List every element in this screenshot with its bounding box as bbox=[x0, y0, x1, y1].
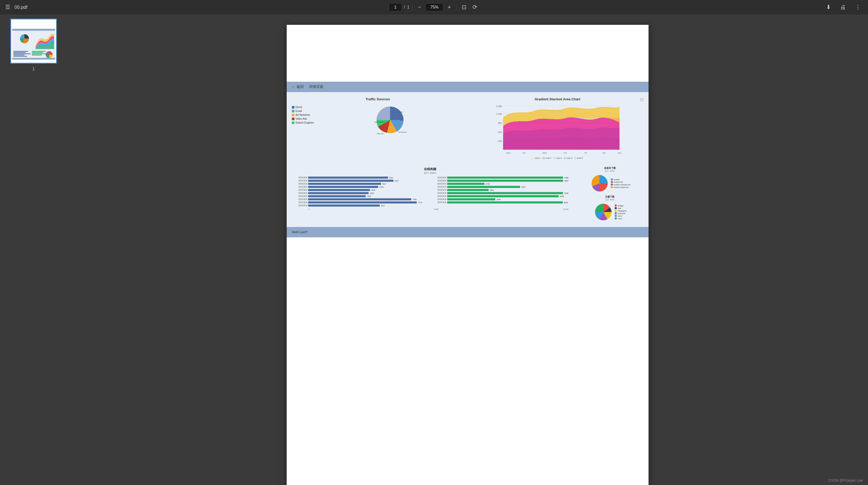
svg-text:Sun: Sun bbox=[618, 152, 621, 154]
green-bar-value-5: 2964 bbox=[490, 189, 494, 191]
download-button[interactable]: ⬇ bbox=[824, 3, 833, 12]
bar-chart-box: 在线构建 总计: 50001 某某某某某 6161 bbox=[289, 164, 571, 224]
legend-circle-5 bbox=[575, 157, 577, 159]
legend-dot-search-engines bbox=[292, 122, 294, 124]
svg-rect-10 bbox=[32, 51, 45, 52]
bar-value-8: 7363 bbox=[412, 199, 417, 200]
svg-text:200: 200 bbox=[498, 140, 502, 143]
version-dot-echarts-simple bbox=[611, 186, 613, 188]
bar-row-green-1: 某某某某某 9390 bbox=[431, 176, 568, 179]
svg-text:Tue: Tue bbox=[522, 152, 526, 154]
svg-rect-6 bbox=[13, 52, 26, 53]
bar-fill-green-8 bbox=[447, 198, 495, 200]
legend-label-line3: Line 3 bbox=[556, 157, 562, 159]
green-bar-label-2: 某某某某某 bbox=[431, 179, 446, 182]
bar-row-green-3: 某某某某某 2746 bbox=[431, 183, 568, 185]
gradient-chart-box: Gradient Stacked Area Chart ⊡ 1,000 1,20… bbox=[469, 95, 646, 162]
green-bar-value-3: 2746 bbox=[486, 183, 490, 185]
footer-text: Hello Lee!!! bbox=[292, 230, 308, 234]
version-dot-echarts-min bbox=[611, 181, 613, 183]
bar-fill-blue-4 bbox=[308, 186, 378, 188]
version-dot-echarts-common bbox=[611, 184, 613, 186]
bar-x-0: 0 bbox=[308, 208, 309, 210]
bar-fill-blue-9 bbox=[308, 202, 417, 204]
bar-x-axis: 0 5,000 10,000 bbox=[292, 208, 568, 210]
svg-text:Fri: Fri bbox=[585, 152, 587, 154]
fit-page-button[interactable]: ⊡ bbox=[460, 3, 468, 12]
bar-row-blue-5: 某某某某某 4550 bbox=[292, 189, 429, 191]
version-label-echarts-min: echarts.min bbox=[614, 181, 623, 183]
green-bar-value-8: 3430 bbox=[497, 199, 501, 200]
legend-dot-video-ads bbox=[292, 118, 294, 120]
charts-row-bottom: 在线构建 总计: 50001 某某某某某 6161 bbox=[289, 164, 646, 224]
legend-label-line5: Line 5 bbox=[577, 157, 583, 159]
charts-row-top: Traffic Sources Direct Email bbox=[289, 95, 646, 162]
theme-legend-roma: roma bbox=[615, 217, 626, 219]
nav-back-button[interactable]: ← 返回 bbox=[292, 85, 304, 89]
svg-text:Thu: Thu bbox=[563, 152, 567, 154]
toolbar-separator-2 bbox=[456, 4, 457, 11]
theme-pie-row: vintage dark infographic bbox=[576, 202, 644, 222]
theme-legend-infographic: infographic bbox=[615, 210, 626, 212]
green-bars-column: 某某某某某 9390 某某某某某 9034 bbox=[431, 176, 568, 207]
legend-label-direct: Direct bbox=[296, 106, 302, 109]
svg-text:Email: Email bbox=[400, 119, 403, 121]
green-bar-label-1: 某某某某某 bbox=[431, 176, 446, 179]
bar-label-8: 某某某某某 bbox=[292, 198, 307, 201]
green-bar-label-4: 某某某某某 bbox=[431, 186, 446, 188]
legend-dot-ad-networks bbox=[292, 114, 294, 116]
bar-value-4: 5100 bbox=[379, 186, 383, 188]
pdf-bottom-whitespace bbox=[287, 237, 649, 485]
bar-fill-blue-3 bbox=[308, 183, 381, 185]
version-pie-legend: echarts echarts.min echarts.common.min bbox=[611, 178, 630, 188]
version-pie-subtitle: 总计: 43003 bbox=[576, 170, 644, 173]
theme-label-macarons: macarons bbox=[618, 213, 625, 214]
theme-label-infographic: infographic bbox=[618, 210, 626, 212]
history-button[interactable]: ⟳ bbox=[470, 3, 479, 12]
legend-label-ad-networks: Ad Networks bbox=[296, 114, 310, 116]
svg-rect-5 bbox=[13, 51, 28, 52]
bar-value-3: 5317 bbox=[382, 183, 386, 185]
theme-legend-dark: dark bbox=[615, 207, 626, 209]
traffic-sources-box: Traffic Sources Direct Email bbox=[289, 95, 466, 162]
bar-label-5: 某某某某某 bbox=[292, 189, 307, 191]
bar-fill-green-9 bbox=[447, 202, 563, 204]
green-bar-label-5: 某某某某某 bbox=[431, 189, 446, 191]
zoom-plus-button[interactable]: + bbox=[446, 3, 453, 12]
more-options-button[interactable]: ⋮ bbox=[853, 3, 863, 12]
green-bar-label-7: 某某某某某 bbox=[431, 195, 446, 198]
traffic-pie-chart: Direct Email Ad Networks Video Ads Searc… bbox=[373, 103, 407, 137]
toolbar: ☰ 00.pdf / 1 − 75% + ⊡ ⟳ ⬇ 🖨 ⋮ bbox=[0, 0, 868, 14]
version-label-echarts-simple: echarts.simple.min bbox=[614, 186, 629, 188]
pie-charts-column: 各版本下载 总计: 43003 bbox=[574, 164, 646, 224]
svg-text:Ad Networks: Ad Networks bbox=[398, 131, 407, 133]
zoom-minus-button[interactable]: − bbox=[416, 3, 424, 12]
svg-rect-7 bbox=[13, 54, 31, 54]
area-legend-line5: Line 5 bbox=[575, 157, 583, 159]
theme-label-vintage: vintage bbox=[618, 205, 623, 207]
page-thumbnail[interactable] bbox=[10, 19, 57, 64]
page-total: 1 bbox=[407, 5, 409, 9]
version-download-section: 各版本下载 总计: 43003 bbox=[576, 166, 644, 194]
theme-pie-legend: vintage dark infographic bbox=[615, 205, 626, 219]
page-input[interactable] bbox=[389, 3, 402, 11]
legend-circle-1 bbox=[532, 157, 534, 159]
bar-value-7: 4201 bbox=[367, 195, 371, 197]
menu-icon[interactable]: ☰ bbox=[5, 4, 10, 10]
print-button[interactable]: 🖨 bbox=[838, 3, 848, 12]
theme-label-dark: dark bbox=[618, 207, 621, 209]
bar-row-blue-7: 某某某某某 4201 bbox=[292, 195, 429, 198]
svg-text:Sat: Sat bbox=[602, 152, 606, 154]
bar-fill-green-4 bbox=[447, 186, 520, 188]
svg-rect-1 bbox=[12, 29, 55, 31]
theme-dot-macarons bbox=[615, 212, 617, 214]
pdf-viewer-area[interactable]: ← 返回 详情页面 Traffic Sources Direct bbox=[67, 14, 868, 485]
version-legend-echarts-simple: echarts.simple.min bbox=[611, 186, 630, 188]
bar-row-blue-3: 某某某某某 5317 bbox=[292, 183, 429, 185]
page-separator: / bbox=[404, 5, 405, 9]
svg-text:Wed: Wed bbox=[542, 152, 547, 154]
green-bar-label-9: 某某某某某 bbox=[431, 201, 446, 204]
svg-text:Mon: Mon bbox=[506, 152, 510, 154]
bar-row-blue-8: 某某某某某 7363 bbox=[292, 198, 429, 201]
bar-label-4: 某某某某某 bbox=[292, 186, 307, 188]
